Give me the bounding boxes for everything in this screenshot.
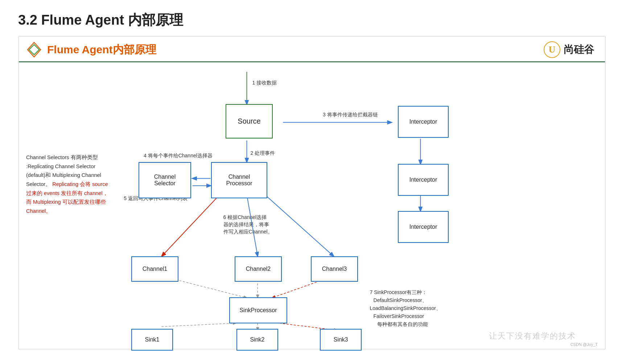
sink1-label: Sink1 xyxy=(145,336,159,343)
sink1-box: Sink1 xyxy=(131,329,173,351)
svg-text:7 SinkProcessor有三种：: 7 SinkProcessor有三种： xyxy=(370,289,427,295)
sink3-label: Sink3 xyxy=(333,336,348,343)
channel-processor-label: Channel Processor xyxy=(226,174,252,187)
page-title: 3.2 Flume Agent 内部原理 xyxy=(18,11,608,29)
svg-text:器的选择结果，将事: 器的选择结果，将事 xyxy=(223,222,269,227)
channel-selector-box: Channel Selector xyxy=(139,162,191,198)
svg-line-20 xyxy=(247,195,258,256)
slide-header: Flume Agent内部原理 U 尚硅谷 xyxy=(19,37,605,62)
diagram-area: Channel Selectors 有两种类型 :Replicating Cha… xyxy=(19,62,605,349)
svg-text:LoadBalancingSinkProcessor、: LoadBalancingSinkProcessor、 xyxy=(370,305,441,311)
slide-area: Flume Agent内部原理 U 尚硅谷 Channel Selectors … xyxy=(18,36,606,349)
left-text-block: Channel Selectors 有两种类型 :Replicating Cha… xyxy=(26,153,113,215)
sink2-box: Sink2 xyxy=(236,329,278,351)
channel2-box: Channel2 xyxy=(235,256,282,282)
page: 3.2 Flume Agent 内部原理 Flume Agent内部原理 U 尚… xyxy=(0,0,626,364)
interceptor1-label: Interceptor xyxy=(409,119,437,125)
svg-text:2 处理事件: 2 处理事件 xyxy=(250,150,275,156)
svg-text:3 将事件传递给拦截器链: 3 将事件传递给拦截器链 xyxy=(323,112,378,117)
interceptor2-box: Interceptor xyxy=(398,164,449,196)
svg-text:U: U xyxy=(549,44,556,55)
sink-processor-label: SinkProcessor xyxy=(239,307,277,314)
channel-processor-box: Channel Processor xyxy=(211,162,267,198)
watermark: 让天下没有难学的技术 xyxy=(489,331,576,342)
brand-text: 尚硅谷 xyxy=(564,43,594,57)
slide-header-title: Flume Agent内部原理 xyxy=(47,42,156,57)
channel3-box: Channel3 xyxy=(311,256,358,282)
sink2-label: Sink2 xyxy=(250,336,264,343)
channel2-label: Channel2 xyxy=(246,266,271,272)
svg-line-21 xyxy=(265,195,334,256)
channel1-box: Channel1 xyxy=(131,256,178,282)
svg-text:件写入相应Channel。: 件写入相应Channel。 xyxy=(223,229,273,235)
sink3-box: Sink3 xyxy=(320,329,362,351)
channel3-label: Channel3 xyxy=(322,266,347,272)
source-box: Source xyxy=(226,104,273,138)
interceptor3-label: Interceptor xyxy=(409,224,437,230)
svg-line-25 xyxy=(160,323,236,327)
svg-text:DefaultSinkProcessor、: DefaultSinkProcessor、 xyxy=(374,297,427,303)
source-label: Source xyxy=(238,117,260,125)
sink-processor-box: SinkProcessor xyxy=(229,297,287,323)
svg-text:FailoverSinkProcessor: FailoverSinkProcessor xyxy=(374,313,424,319)
svg-line-19 xyxy=(162,195,220,256)
channel1-label: Channel1 xyxy=(143,266,168,272)
interceptor2-label: Interceptor xyxy=(409,177,437,183)
diamond-logo-icon xyxy=(26,42,42,58)
interceptor1-box: Interceptor xyxy=(398,106,449,138)
svg-text:6 根据Channel选择: 6 根据Channel选择 xyxy=(223,214,267,220)
brand-logo: U 尚硅谷 xyxy=(543,41,594,58)
slide-header-left: Flume Agent内部原理 xyxy=(26,42,156,58)
channel-selector-label: Channel Selector xyxy=(154,174,176,187)
brand-icon: U xyxy=(543,41,561,58)
interceptor3-box: Interceptor xyxy=(398,211,449,243)
svg-text:4 将每个事件给Channel选择器: 4 将每个事件给Channel选择器 xyxy=(144,153,213,158)
svg-text:1 接收数据: 1 接收数据 xyxy=(252,80,277,86)
svg-text:每种都有其各自的功能: 每种都有其各自的功能 xyxy=(377,321,428,327)
csdn-text: CSDN @Joy_T xyxy=(571,342,598,347)
